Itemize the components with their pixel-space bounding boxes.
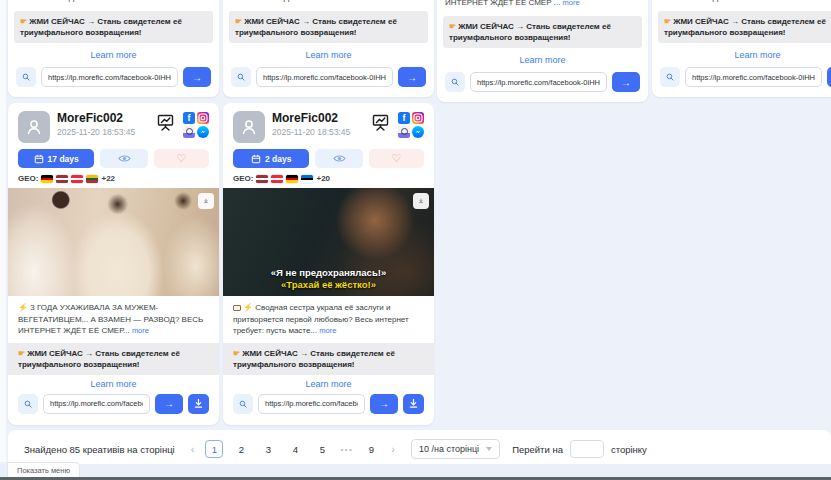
next-page-icon[interactable]: › (389, 443, 397, 455)
more-link[interactable]: more (349, 0, 366, 2)
cta-text: ЖМИ СЕЙЧАС → Стань свидетелем её триумфа… (20, 17, 182, 37)
arrow-right-icon: → (192, 72, 202, 83)
learn-more-link[interactable]: Learn more (233, 379, 424, 389)
stats-board-button[interactable] (156, 113, 175, 135)
open-url-button[interactable]: → (183, 67, 211, 87)
footer-strip (0, 464, 831, 477)
favorite-button[interactable]: ♡ (369, 149, 424, 168)
open-url-button[interactable]: → (370, 394, 398, 414)
url-row: → (445, 72, 640, 92)
learn-more-link[interactable]: Learn more (16, 50, 211, 60)
messenger-icon (197, 126, 209, 138)
cta-headline: ☛ЖМИ СЕЙЧАС → Стань свидетелем её триумф… (223, 343, 434, 375)
search-button[interactable] (16, 67, 36, 87)
cta-headline: ☛ЖМИ СЕЙЧАС → Стань свидетелем её триумф… (14, 11, 213, 43)
clipped-text: ИНТЕРНЕТ ЖДЁТ ЕЁ СМЕР ... (660, 0, 775, 2)
days-active-button[interactable]: 2 days (233, 149, 309, 168)
goto-page-input[interactable] (570, 440, 604, 458)
more-link[interactable]: more (319, 326, 336, 335)
learn-more-link[interactable]: Learn more (660, 50, 831, 60)
page-number-1[interactable]: 1 (205, 440, 223, 458)
prev-page-icon[interactable]: ‹ (189, 443, 197, 455)
eye-icon (118, 154, 131, 163)
landing-url-input[interactable] (258, 394, 365, 414)
days-label: 17 days (48, 154, 79, 164)
landing-url-input[interactable] (685, 67, 822, 87)
creative-image (8, 188, 219, 296)
flag-germany-icon (286, 175, 298, 183)
cta-text: ЖМИ СЕЙЧАС → Стань свидетелем её триумфа… (233, 349, 395, 369)
more-link[interactable]: more (778, 0, 795, 2)
search-icon (237, 71, 245, 83)
flag-germany-icon (41, 175, 53, 183)
preview-button[interactable] (315, 149, 363, 168)
open-url-button[interactable]: → (612, 72, 640, 92)
more-link[interactable]: more (134, 0, 151, 2)
creative-card-2: MoreFic002 2025-11-20 18:53:45 f 2 days … (223, 103, 434, 425)
download-icon (419, 196, 423, 206)
download-creative-button[interactable] (403, 394, 424, 414)
more-link[interactable]: more (563, 0, 580, 7)
download-image-button[interactable] (198, 193, 214, 209)
page-number-3[interactable]: 3 (259, 440, 277, 458)
days-active-button[interactable]: 17 days (18, 149, 94, 168)
cta-text: ЖМИ СЕЙЧАС → Стань свидетелем её триумфа… (18, 349, 180, 369)
pointing-hand-icon: ☛ (233, 349, 240, 358)
geo-row: GEO: +22 (18, 174, 209, 183)
instagram-icon (412, 112, 424, 124)
search-icon (24, 398, 32, 410)
url-row: → (231, 67, 426, 87)
download-icon (204, 196, 208, 206)
search-button[interactable] (231, 67, 251, 87)
avatar (233, 111, 265, 143)
more-link[interactable]: more (132, 326, 149, 335)
search-button[interactable] (18, 394, 38, 414)
landing-url-input[interactable] (470, 72, 607, 92)
calendar-icon (34, 154, 44, 164)
favorite-button[interactable]: ♡ (154, 149, 209, 168)
creative-timestamp: 2025-11-20 18:53:45 (57, 127, 135, 137)
ellipsis-pages-icon[interactable]: ••• (340, 445, 353, 454)
creative-body-text: ⚡ Сводная сестра украла её заслуги и при… (233, 302, 424, 337)
creative-card-partial-2: ИНТЕРНЕТ ЖДЁТ ЕЁ СМЕР ... more ☛ЖМИ СЕЙЧ… (223, 0, 434, 97)
creative-card-partial-3: ИНТЕРНЕТ ЖДЁТ ЕЁ СМЕР ... more ☛ЖМИ СЕЙЧ… (437, 0, 648, 102)
url-row: → (18, 394, 209, 414)
landing-url-input[interactable] (43, 394, 150, 414)
download-image-button[interactable] (413, 193, 429, 209)
chevron-down-icon (486, 447, 492, 451)
creative-timestamp: 2025-11-20 18:53:45 (272, 127, 350, 137)
per-page-select[interactable]: 10 /на сторінці (411, 439, 500, 459)
landing-url-input[interactable] (256, 67, 393, 87)
landing-url-input[interactable] (41, 67, 178, 87)
flag-lithuania-icon (86, 175, 98, 183)
pointing-hand-icon: ☛ (664, 17, 671, 26)
search-button[interactable] (660, 67, 680, 87)
geo-label: GEO: (18, 174, 38, 183)
flag-latvia-icon (256, 175, 268, 183)
chart-board-icon (371, 113, 390, 131)
learn-more-link[interactable]: Learn more (231, 50, 426, 60)
download-creative-button[interactable] (188, 394, 209, 414)
search-button[interactable] (445, 72, 465, 92)
page-number-last[interactable]: 9 (362, 440, 380, 458)
open-url-button[interactable]: → (827, 67, 831, 87)
search-button[interactable] (233, 394, 253, 414)
geo-flags (256, 175, 313, 183)
caption-line-1: «Я не предохранялась!» (223, 267, 434, 279)
search-icon (22, 71, 30, 83)
learn-more-link[interactable]: Learn more (18, 379, 209, 389)
show-menu-button[interactable]: Показать меню (7, 462, 80, 477)
open-url-button[interactable]: → (155, 394, 183, 414)
open-url-button[interactable]: → (398, 67, 426, 87)
url-row: → (233, 394, 424, 414)
stats-board-button[interactable] (371, 113, 390, 135)
learn-more-link[interactable]: Learn more (445, 55, 640, 65)
cta-text: ЖМИ СЕЙЧАС → Стань свидетелем её триумфа… (664, 17, 826, 37)
preview-button[interactable] (100, 149, 148, 168)
pointing-hand-icon: ☛ (235, 17, 242, 26)
page-number-2[interactable]: 2 (232, 440, 250, 458)
page-number-4[interactable]: 4 (286, 440, 304, 458)
instagram-icon (197, 112, 209, 124)
flag-austria-icon (71, 175, 83, 183)
page-number-5[interactable]: 5 (313, 440, 331, 458)
